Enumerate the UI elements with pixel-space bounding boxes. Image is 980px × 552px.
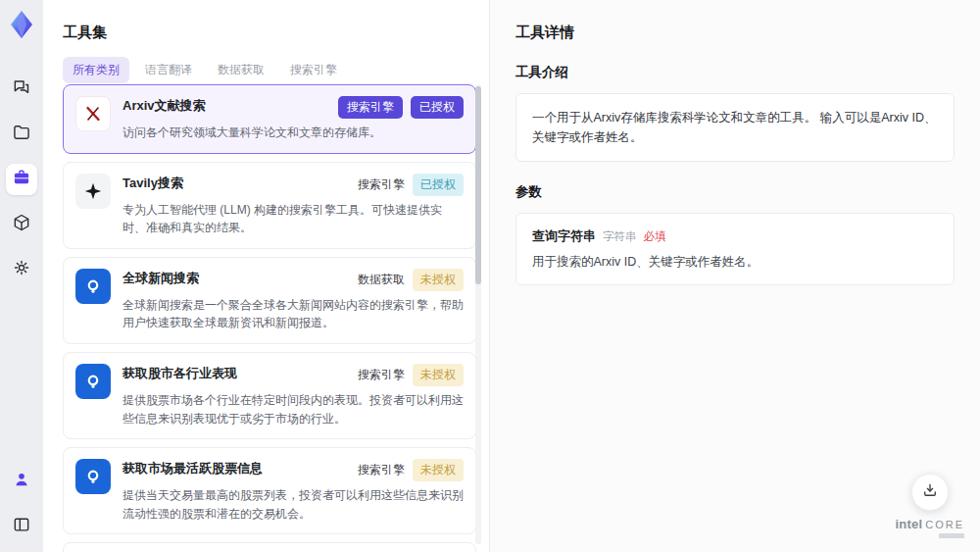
user-icon (12, 470, 31, 493)
tool-name: Arxiv文献搜索 (122, 96, 330, 115)
param-type: 字符串 (603, 229, 637, 244)
tool-detail-pane: 工具详情 工具介绍 一个用于从Arxiv存储库搜索科学论文和文章的工具。 输入可… (490, 0, 980, 552)
tool-category-label: 搜索引擎 (358, 364, 405, 386)
tool-category-label: 搜索引擎 (358, 459, 405, 481)
sidebar-item-settings[interactable] (6, 254, 37, 285)
tool-description: 访问各个研究领域大量科学论文和文章的存储库。 (122, 124, 464, 142)
cube-icon (12, 213, 31, 236)
tool-auth-badge: 未授权 (413, 364, 464, 386)
floating-corner: intel core (895, 474, 964, 538)
tool-auth-badge: 已授权 (413, 174, 464, 196)
tool-name: 获取股市各行业表现 (122, 364, 350, 382)
tool-description: 提供股票市场各个行业在特定时间段内的表现。投资者可以利用这些信息来识别表现优于或… (122, 391, 464, 427)
category-tabs: 所有类别 语言翻译 数据获取 搜索引擎 (63, 57, 347, 83)
sidebar-item-files[interactable] (6, 119, 37, 150)
intel-core-logo: intel core (895, 518, 964, 538)
briefcase-icon (12, 168, 31, 191)
panel-icon (12, 515, 31, 538)
download-icon (921, 481, 939, 503)
news-icon (75, 364, 111, 399)
left-rail (0, 0, 43, 552)
category-tab[interactable]: 语言翻译 (135, 57, 202, 83)
app-window: 工具集 所有类别 语言翻译 数据获取 搜索引擎 Arxiv文献搜索 搜索引擎 已… (0, 0, 980, 552)
tool-card[interactable]: 获取股市各行业表现 搜索引擎 未授权 提供股票市场各个行业在特定时间段内的表现。… (63, 352, 476, 439)
tool-auth-badge: 已授权 (411, 96, 464, 119)
tool-card[interactable]: 万维地区新闻查询 搜索引擎 未授权 查询具体行政区划内的新闻，快速了解各地新闻动… (63, 542, 476, 552)
sidebar-item-account[interactable] (6, 466, 37, 497)
intro-section-title: 工具介绍 (515, 64, 955, 81)
category-tab-label: 所有类别 (73, 63, 120, 76)
sidebar-item-models[interactable] (6, 209, 37, 240)
tool-card[interactable]: Arxiv文献搜索 搜索引擎 已授权 访问各个研究领域大量科学论文和文章的存储库… (63, 84, 476, 154)
tool-card[interactable]: 获取市场最活跃股票信息 搜索引擎 未授权 提供当天交易量最高的股票列表，投资者可… (63, 447, 476, 534)
tool-list-pane: 工具集 所有类别 语言翻译 数据获取 搜索引擎 Arxiv文献搜索 搜索引擎 已… (43, 0, 490, 552)
param-name: 查询字符串 (532, 227, 596, 245)
param-required-badge: 必填 (644, 229, 666, 244)
download-button[interactable] (911, 474, 949, 511)
params-section-title: 参数 (515, 183, 955, 201)
news-icon (75, 459, 111, 494)
sidebar-item-chat[interactable] (6, 74, 37, 105)
tool-name: Tavily搜索 (122, 174, 350, 192)
tool-category-label: 搜索引擎 (338, 96, 403, 119)
tool-name: 获取市场最活跃股票信息 (122, 459, 350, 477)
category-tab-label: 数据获取 (218, 63, 265, 76)
gear-icon (12, 258, 31, 281)
tool-auth-badge: 未授权 (413, 459, 464, 481)
sparkle-icon (75, 174, 111, 209)
news-icon (75, 269, 111, 304)
tool-auth-badge: 未授权 (413, 269, 464, 291)
category-tab-label: 语言翻译 (145, 63, 192, 76)
page-title: 工具集 (63, 24, 107, 42)
intel-wordmark: intel (895, 518, 922, 530)
sidebar-item-collapse[interactable] (6, 511, 37, 542)
sidebar-item-tools[interactable] (6, 164, 37, 195)
core-wordmark: core (925, 520, 964, 530)
category-tab[interactable]: 搜索引擎 (280, 57, 347, 83)
tool-list: Arxiv文献搜索 搜索引擎 已授权 访问各个研究领域大量科学论文和文章的存储库… (63, 84, 476, 552)
tool-card[interactable]: 全球新闻搜索 数据获取 未授权 全球新闻搜索是一个聚合全球各大新闻网站内容的搜索… (63, 257, 476, 344)
param-card: 查询字符串 字符串 必填 用于搜索的Arxiv ID、关键字或作者姓名。 (515, 213, 955, 285)
category-tab[interactable]: 数据获取 (208, 57, 274, 83)
category-tab[interactable]: 所有类别 (63, 57, 129, 83)
detail-title: 工具详情 (515, 24, 955, 42)
tool-name: 全球新闻搜索 (122, 269, 350, 287)
intro-card: 一个用于从Arxiv存储库搜索科学论文和文章的工具。 输入可以是Arxiv ID… (515, 93, 955, 162)
tool-card[interactable]: Tavily搜索 搜索引擎 已授权 专为人工智能代理 (LLM) 构建的搜索引擎… (63, 162, 476, 249)
tool-description: 提供当天交易量最高的股票列表，投资者可以利用这些信息来识别流动性强的股票和潜在的… (122, 486, 464, 523)
folder-icon (12, 123, 31, 146)
tool-category-label: 数据获取 (358, 269, 405, 291)
chat-icon (12, 77, 31, 101)
tool-description: 全球新闻搜索是一个聚合全球各大新闻网站内容的搜索引擎，帮助用户快速获取全球最新资… (122, 296, 464, 332)
intro-text: 一个用于从Arxiv存储库搜索科学论文和文章的工具。 输入可以是Arxiv ID… (532, 108, 938, 147)
param-description: 用于搜索的Arxiv ID、关键字或作者姓名。 (532, 254, 938, 271)
arxiv-icon (75, 96, 111, 131)
tool-category-label: 搜索引擎 (358, 174, 405, 196)
scrollbar-thumb[interactable] (475, 86, 481, 284)
tool-description: 专为人工智能代理 (LLM) 构建的搜索引擎工具。可快速提供实时、准确和真实的结… (122, 201, 464, 237)
app-logo-icon (6, 9, 37, 40)
category-tab-label: 搜索引擎 (290, 63, 337, 76)
intel-badge-bar (939, 533, 964, 538)
